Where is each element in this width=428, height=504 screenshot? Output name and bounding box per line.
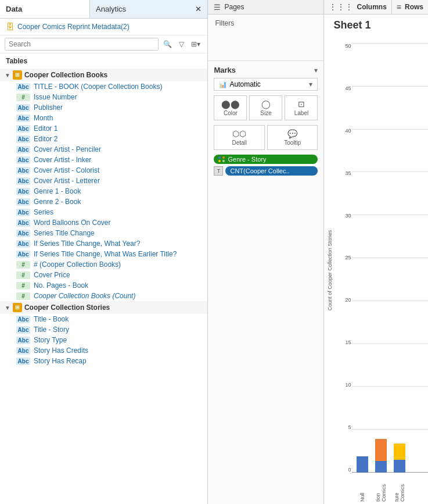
y-tick: 20 [345, 297, 351, 303]
type-badge: Abc [16, 358, 30, 365]
pill-color-dots [218, 156, 225, 162]
viz-area: Filters Marks ▾ 📊 Automatic ▾ ⬤⬤ Colo [208, 15, 428, 504]
list-item[interactable]: Abc Title - Book [0, 314, 207, 324]
field-name: Publisher [34, 103, 63, 112]
books-fields: Abc TITLE - BOOK (Cooper Collection Book… [0, 81, 207, 301]
type-badge: Abc [16, 326, 30, 334]
list-item[interactable]: Abc TITLE - BOOK (Cooper Collection Book… [0, 81, 207, 92]
field-name: # (Cooper Collection Books) [34, 260, 121, 269]
type-badge: Abc [16, 230, 30, 237]
analytics-tab[interactable]: Analytics ✕ [90, 0, 207, 18]
type-badge: Abc [16, 83, 30, 91]
list-item[interactable]: # Issue Number [0, 92, 207, 102]
list-item[interactable]: # No. Pages - Book [0, 280, 207, 291]
data-tab[interactable]: Data [0, 0, 90, 18]
type-badge: # [16, 261, 30, 269]
size-button[interactable]: ◯ Size [249, 95, 282, 120]
y-tick: 40 [345, 128, 351, 134]
label-label: Label [294, 110, 308, 116]
type-badge: Abc [16, 209, 30, 216]
list-item[interactable]: Abc Cover Artist - Letterer [0, 176, 207, 186]
size-label: Size [260, 110, 271, 116]
list-item[interactable]: Abc Genre 1 - Book [0, 186, 207, 196]
field-name: Cover Artist - Letterer [34, 177, 100, 185]
label-button[interactable]: ⊡ Label [285, 95, 318, 120]
list-item[interactable]: Abc Story Has Credits [0, 345, 207, 356]
field-name: Story Has Credits [34, 346, 88, 355]
list-item[interactable]: Abc Story Type [0, 335, 207, 345]
detail-label: Detail [232, 140, 247, 146]
bar-segment [375, 439, 387, 461]
list-item[interactable]: # # (Cooper Collection Books) [0, 259, 207, 270]
detail-button[interactable]: ⬡⬡ Detail [214, 125, 265, 150]
field-name: Story Has Recap [34, 357, 87, 365]
y-tick: 50 [345, 43, 351, 49]
list-item[interactable]: Abc Month [0, 113, 207, 123]
list-item[interactable]: # Cover Price [0, 270, 207, 280]
list-item[interactable]: Abc Cover Artist - Colorist [0, 165, 207, 176]
x-labels: Null tion Comics ture Comics [357, 476, 405, 502]
cnt-pill[interactable]: CNT(Cooper Collec.. [225, 166, 318, 176]
list-item[interactable]: Abc Story Has Recap [0, 356, 207, 366]
search-input[interactable] [5, 38, 159, 51]
genre-story-pill[interactable]: Genre - Story [214, 155, 318, 164]
list-item[interactable]: Abc Cover Artist - Inker [0, 155, 207, 165]
field-name: Series [34, 208, 53, 216]
list-item[interactable]: Abc Title - Story [0, 324, 207, 335]
bar-segment [394, 444, 405, 460]
list-item[interactable]: Abc Cover Artist - Penciler [0, 144, 207, 155]
list-item[interactable]: Abc If Series Title Change, What Was Ear… [0, 249, 207, 259]
list-item[interactable]: Abc Editor 2 [0, 134, 207, 144]
grid-icon[interactable]: ⊞▾ [189, 39, 203, 49]
x-label-1: tion Comics [375, 476, 387, 502]
table-name-books: Cooper Collection Books [24, 71, 107, 79]
type-badge: Abc [16, 347, 30, 355]
list-item[interactable]: Abc Publisher [0, 102, 207, 113]
type-badge: Abc [16, 104, 30, 112]
list-item[interactable]: Abc If Series Title Change, What Year? [0, 238, 207, 249]
type-badge: # [16, 292, 30, 300]
datasource-name[interactable]: Cooper Comics Reprint Metadata(2) [17, 23, 130, 31]
x-label-text: tion Comics [375, 476, 387, 502]
sheet-title: Sheet 1 [324, 15, 428, 36]
analytics-label: Analytics [96, 5, 126, 13]
field-name: Month [34, 114, 53, 122]
datasource-row: 🗄 Cooper Comics Reprint Metadata(2) [0, 19, 207, 35]
filter-icon[interactable]: ▽ [177, 39, 186, 49]
search-row: 🔍 ▽ ⊞▾ [0, 35, 207, 53]
top-bar: Data Analytics ✕ [0, 0, 207, 19]
y-axis-label-container: Count of Cooper Collection Stories [324, 38, 336, 502]
expand-arrow-books: ▼ [5, 72, 10, 78]
field-name: Title - Book [34, 315, 69, 323]
color-button[interactable]: ⬤⬤ Color [214, 95, 247, 120]
stories-fields: Abc Title - Book Abc Title - Story Abc S… [0, 314, 207, 366]
list-item[interactable]: Abc Series Title Change [0, 228, 207, 238]
marks-header: Marks ▾ [214, 66, 318, 74]
bar-group-null [357, 456, 368, 473]
x-label-null: Null [357, 476, 368, 502]
x-label-text: Null [359, 476, 365, 502]
list-item[interactable]: Abc Genre 2 - Book [0, 196, 207, 207]
list-item[interactable]: Abc Editor 1 [0, 123, 207, 134]
field-name: Cooper Collection Books (Count) [34, 292, 135, 300]
y-tick: 15 [345, 339, 351, 345]
marks-caret: ▾ [314, 66, 318, 74]
type-badge: Abc [16, 167, 30, 174]
type-badge: Abc [16, 146, 30, 153]
field-name: Cover Artist - Inker [34, 156, 91, 164]
marks-type-dropdown[interactable]: 📊 Automatic ▾ [214, 78, 318, 91]
y-axis-label: Count of Cooper Collection Stories [327, 224, 333, 317]
tooltip-label: Tooltip [284, 140, 301, 146]
list-item[interactable]: Abc Series [0, 207, 207, 217]
table-group-stories[interactable]: ▼ ⊞ Cooper Collection Stories [0, 301, 207, 314]
table-group-books[interactable]: ▼ ⊞ Cooper Collection Books [0, 69, 207, 81]
tooltip-button[interactable]: 💬 Tooltip [267, 125, 318, 150]
type-badge: Abc [16, 115, 30, 122]
field-name: Issue Number [34, 93, 77, 101]
list-item[interactable]: Abc Word Balloons On Cover [0, 217, 207, 228]
list-item[interactable]: # Cooper Collection Books (Count) [0, 291, 207, 301]
search-icon[interactable]: 🔍 [161, 39, 174, 49]
close-icon[interactable]: ✕ [195, 5, 202, 13]
marks-title: Marks [214, 66, 236, 74]
color-icon: ⬤⬤ [221, 99, 240, 109]
